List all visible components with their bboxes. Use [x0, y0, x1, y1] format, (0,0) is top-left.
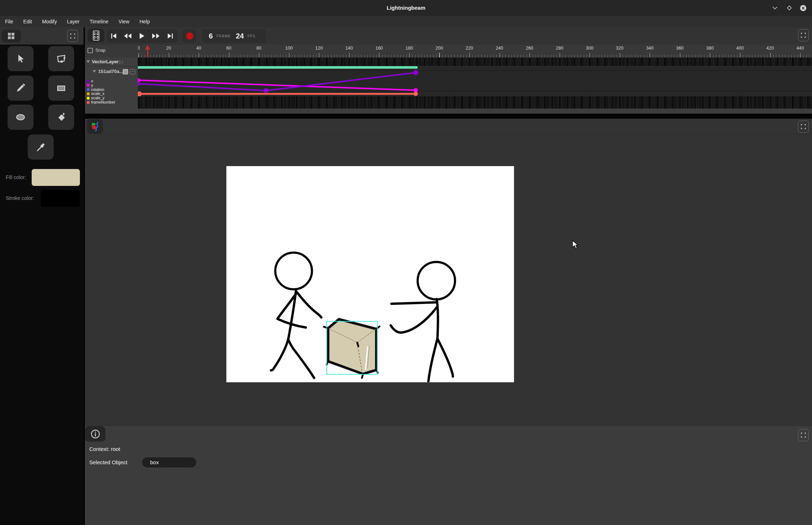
stroke-color-label: Stroke color: [6, 195, 34, 201]
timeline-tracks: VectorLayer[L] 151ad70a... ~ xyrotations… [85, 58, 812, 114]
menu-item-edit[interactable]: Edit [18, 16, 37, 27]
keyframe-dot-frameNumber-1[interactable] [414, 92, 418, 96]
skip-end-icon [167, 33, 173, 39]
timeline-expand-button[interactable] [798, 29, 809, 41]
menu-item-layer[interactable]: Layer [62, 16, 85, 27]
shapes-button[interactable] [87, 119, 103, 134]
canvas-expand-button[interactable] [798, 120, 809, 133]
playhead[interactable] [145, 45, 150, 58]
window-title: Lightningbeam [0, 0, 812, 16]
timeline-frames-area[interactable] [138, 58, 812, 114]
stage[interactable] [226, 166, 514, 382]
node-edit-tool-button[interactable] [48, 46, 74, 71]
ruler-label-300: 300 [586, 46, 594, 51]
pencil-icon [15, 83, 26, 93]
mouse-cursor-icon [572, 240, 578, 249]
sidebar-expand-button[interactable] [67, 30, 78, 42]
layer-row-vectorlayer[interactable]: VectorLayer[L] [85, 58, 138, 67]
selected-object-field[interactable]: box [142, 457, 196, 467]
box-object[interactable] [324, 319, 380, 378]
select-tool-button[interactable] [8, 46, 33, 71]
info-icon [91, 429, 100, 439]
property-color-dot [87, 84, 90, 87]
frame-number-value[interactable]: 6 [209, 32, 213, 40]
frame-stripes-bottom[interactable] [138, 96, 812, 109]
ruler-label-100: 100 [285, 46, 293, 51]
layer-name: VectorLayer[L] [92, 59, 123, 64]
fast-forward-button[interactable] [149, 29, 163, 43]
ruler-label-360: 360 [676, 46, 684, 51]
rewind-button[interactable] [121, 29, 135, 43]
ellipse-icon [14, 112, 27, 123]
menu-item-view[interactable]: View [113, 16, 134, 27]
maximize-button[interactable] [785, 4, 793, 12]
rectangle-tool-button[interactable] [48, 76, 74, 101]
ruler-label-260: 260 [526, 46, 533, 51]
menu-item-file[interactable]: File [4, 16, 18, 27]
ruler-label-40: 40 [196, 46, 201, 51]
snap-checkbox[interactable] [87, 48, 93, 53]
stick-figure-right[interactable] [391, 262, 455, 381]
minimize-button[interactable] [771, 4, 779, 12]
property-row-frameNumber[interactable]: frameNumber [85, 100, 138, 105]
chevron-down-icon [772, 6, 778, 10]
film-icon [92, 31, 100, 41]
object-visibility-button[interactable] [123, 69, 128, 74]
pencil-tool-button[interactable] [8, 76, 33, 101]
menu-item-help[interactable]: Help [134, 16, 155, 27]
object-row[interactable]: 151ad70a... ~ [85, 67, 138, 76]
ruler-label-440: 440 [797, 46, 804, 51]
layer-collapse-chevron-icon[interactable] [86, 60, 90, 63]
eyedropper-icon [35, 142, 46, 152]
keyframe-dot-y-0[interactable] [138, 78, 140, 82]
record-button[interactable] [182, 29, 197, 43]
menu-item-timeline[interactable]: Timeline [85, 16, 113, 27]
paint-bucket-icon [55, 111, 67, 123]
sidebar-header [0, 27, 84, 45]
ruler-label-140: 140 [345, 46, 353, 51]
grid-menu-button[interactable] [1, 29, 21, 42]
info-button[interactable] [85, 426, 105, 442]
inspector-expand-button[interactable] [798, 429, 809, 441]
inspector-panel: Context: root Selected Object box [85, 426, 812, 525]
fps-value[interactable]: 24 [236, 32, 244, 40]
keyframe-dot-x-0[interactable] [138, 82, 140, 86]
skip-start-button[interactable] [107, 29, 121, 43]
ruler-label-180: 180 [406, 46, 413, 51]
stroke-color-swatch[interactable] [41, 190, 80, 207]
eyedropper-tool-button[interactable] [28, 134, 54, 160]
context-text: Context: root [89, 446, 120, 452]
fill-color-swatch[interactable] [32, 169, 80, 186]
frame-fps-display[interactable]: 6 FRAME 24 FPS [202, 29, 266, 43]
ruler-label-20: 20 [166, 46, 171, 51]
keyframe-dot-frameNumber-0[interactable] [138, 91, 142, 96]
cursor-icon [15, 53, 26, 64]
skip-end-button[interactable] [163, 29, 177, 43]
property-color-dot [87, 92, 90, 95]
ruler-label-60: 60 [226, 46, 231, 51]
tool-sidebar: Fill color: Stroke color: [0, 27, 84, 525]
expand-icon [801, 33, 806, 38]
keyframe-dot-x-2[interactable] [413, 70, 418, 75]
app-window: Lightningbeam FileEditModifyLayerTimelin… [0, 0, 812, 525]
ruler-frames[interactable]: 0204060801001201401601802002202402602803… [138, 45, 812, 58]
play-icon [139, 33, 145, 39]
timeline-toolbar: 6 FRAME 24 FPS [85, 27, 812, 45]
paint-bucket-tool-button[interactable] [48, 105, 74, 130]
fps-label: FPS [247, 34, 255, 38]
stick-figure-left[interactable] [271, 252, 321, 378]
film-button[interactable] [87, 29, 104, 42]
keyframe-dot-x-1[interactable] [263, 88, 269, 93]
play-button[interactable] [135, 29, 149, 43]
timeline-label-column: VectorLayer[L] 151ad70a... ~ xyrotations… [85, 58, 138, 114]
object-collapse-chevron-icon[interactable] [93, 70, 96, 73]
close-button[interactable] [799, 4, 807, 12]
ellipse-tool-button[interactable] [8, 105, 33, 130]
property-color-dot [87, 88, 90, 91]
object-curve-toggle-button[interactable]: ~ [130, 69, 135, 74]
timeline-ruler[interactable]: Snap 02040608010012014016018020022024026… [85, 45, 812, 58]
ruler-label-200: 200 [436, 46, 443, 51]
ruler-label-280: 280 [556, 46, 563, 51]
menu-item-modify[interactable]: Modify [37, 16, 62, 27]
ruler-label-380: 380 [706, 46, 714, 51]
